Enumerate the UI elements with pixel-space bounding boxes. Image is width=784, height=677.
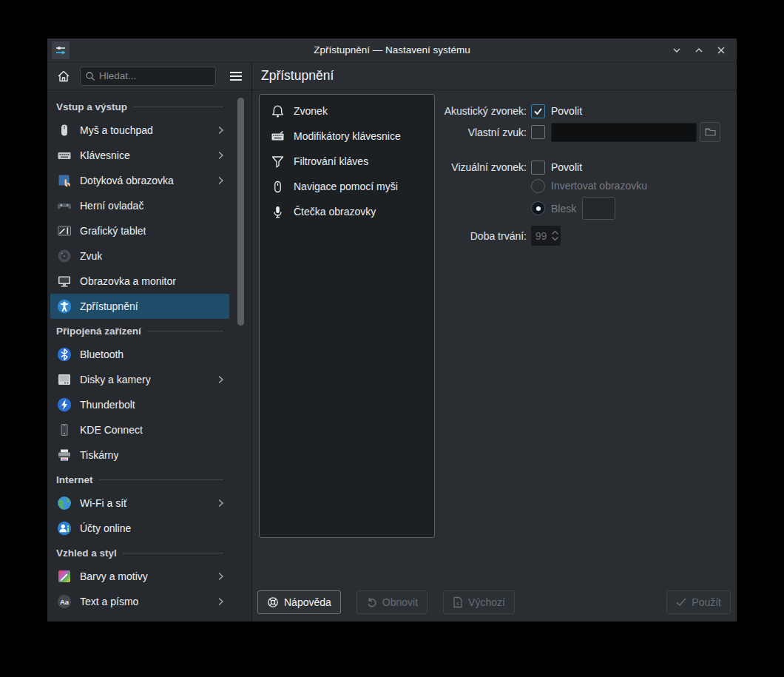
sidebar-item-gamepad[interactable]: Herní ovladač (50, 193, 229, 218)
chevron-right-icon (217, 175, 225, 186)
sidebar-scrollbar[interactable] (237, 95, 244, 622)
custom-sound-row: Vlastní zvuk: (444, 122, 720, 142)
home-button[interactable] (53, 66, 74, 87)
titlebar: Zpřístupnění — Nastavení systému (47, 38, 737, 62)
reset-button[interactable]: Obnovit (356, 590, 428, 614)
apply-button[interactable]: Použít (666, 590, 731, 614)
subpage-item-funnel[interactable]: Filtrování kláves (260, 149, 434, 174)
sidebar-item-globe[interactable]: Wi-Fi a síť (50, 491, 229, 516)
subpage-list: ZvonekModifikátory klávesniceFiltrování … (259, 94, 435, 538)
subpage-item-bell[interactable]: Zvonek (260, 98, 434, 124)
sidebar-section-header: Internet (50, 468, 229, 491)
visual-bell-row: Vizuální zvonek: Povolit (444, 159, 720, 175)
subpage-item-mouse-nav[interactable]: Navigace pomocí myši (260, 174, 434, 199)
sidebar-section-header: Připojená zařízení (50, 319, 229, 342)
search-input[interactable] (99, 70, 230, 81)
mouse-icon (56, 122, 72, 138)
defaults-button[interactable]: s Výchozí (443, 590, 515, 614)
thunderbolt-icon (56, 397, 72, 413)
visual-bell-label: Vizuální zvonek: (444, 161, 527, 173)
sidebar-item-label: Grafický tablet (80, 225, 146, 237)
sidebar-item-label: Tiskárny (80, 449, 118, 461)
bell-icon (270, 104, 285, 118)
flash-color-button[interactable] (582, 197, 615, 220)
sidebar-item-phone[interactable]: KDE Connect (50, 417, 229, 442)
maximize-icon[interactable] (692, 44, 706, 57)
flash-label: Blesk (551, 203, 576, 215)
subpage-item-microphone[interactable]: Čtečka obrazovky (260, 199, 434, 224)
sidebar-item-palette[interactable]: Barvy a motivy (50, 564, 229, 589)
subpage-item-label: Zvonek (294, 105, 328, 117)
funnel-icon (270, 154, 285, 169)
sidebar-section-label: Vstup a výstup (56, 101, 127, 112)
acoustic-bell-row: Akustický zvonek: Povolit (444, 103, 720, 119)
footer-buttons: Nápověda Obnovit s Výchozí (252, 585, 737, 622)
monitor-icon (56, 273, 72, 289)
section-divider-line (147, 331, 223, 331)
tablet-icon (56, 223, 72, 239)
subpage-item-label: Filtrování kláves (294, 155, 368, 167)
flash-radio[interactable] (531, 201, 545, 215)
subpage-item-keyboard-mod[interactable]: Modifikátory klávesnice (260, 124, 434, 149)
help-button[interactable]: Nápověda (257, 590, 341, 614)
duration-value: 99 (531, 230, 551, 242)
settings-form: Akustický zvonek: Povolit Vlastní zvuk: (444, 103, 720, 246)
sidebar-item-label: Dotyková obrazovka (80, 175, 174, 186)
sidebar-item-mouse[interactable]: Myš a touchpad (50, 118, 229, 143)
sidebar-item-sound[interactable]: Zvuk (50, 243, 229, 269)
subpage-item-label: Modifikátory klávesnice (294, 130, 401, 142)
custom-sound-input[interactable] (551, 123, 697, 142)
section-divider-line (123, 553, 223, 553)
sidebar-item-label: Bluetooth (80, 348, 124, 360)
phone-icon (56, 422, 72, 438)
close-icon[interactable] (714, 44, 728, 57)
search-box[interactable] (80, 67, 216, 86)
scrollbar-handle[interactable] (237, 98, 244, 326)
duration-label: Doba trvání: (444, 230, 527, 242)
spin-down-icon[interactable] (551, 236, 559, 241)
sidebar-item-label: Účty online (80, 522, 131, 534)
minimize-icon[interactable] (670, 44, 683, 57)
reset-button-label: Obnovit (382, 596, 418, 608)
sidebar-item-font[interactable]: AaText a písmo (50, 589, 229, 614)
invert-screen-radio[interactable] (531, 179, 545, 193)
svg-text:Aa: Aa (60, 598, 70, 606)
printer-icon (56, 447, 72, 463)
visual-enable-checkbox[interactable] (531, 161, 545, 175)
keyboard-mod-icon (270, 129, 285, 144)
page-title: Zpřístupnění (261, 68, 334, 84)
sidebar-item-thunderbolt[interactable]: Thunderbolt (50, 392, 229, 417)
sidebar-item-touchscreen[interactable]: Dotyková obrazovka (50, 168, 229, 193)
browse-folder-button[interactable] (700, 122, 720, 142)
sidebar-item-tablet[interactable]: Grafický tablet (50, 218, 229, 243)
sidebar-item-drive[interactable]: Disky a kamery (50, 367, 229, 392)
acoustic-enable-checkbox[interactable] (531, 104, 545, 118)
sidebar-section-label: Vzhled a styl (56, 548, 117, 559)
spin-up-icon[interactable] (551, 230, 559, 235)
sidebar-item-label: Obrazovka a monitor (80, 275, 176, 287)
visual-enable-label: Povolit (551, 161, 582, 173)
defaults-button-label: Výchozí (468, 596, 505, 608)
chevron-right-icon (217, 374, 225, 385)
sidebar-section-header: Vstup a výstup (50, 95, 229, 118)
sidebar-item-bluetooth[interactable]: Bluetooth (50, 342, 229, 367)
sidebar-item-keyboard[interactable]: Klávesnice (50, 143, 229, 168)
duration-spinbox[interactable]: 99 (531, 226, 561, 246)
microphone-icon (270, 204, 285, 219)
font-icon: Aa (56, 593, 72, 610)
sidebar-item-label: Barvy a motivy (80, 570, 148, 582)
sidebar-item-printer[interactable]: Tiskárny (50, 442, 229, 468)
sidebar-item-accessibility[interactable]: Zpřístupnění (50, 294, 229, 319)
sidebar-item-label: Wi-Fi a síť (80, 497, 127, 509)
sidebar-item-label: Zpřístupnění (80, 300, 138, 312)
sidebar-section-header: Vzhled a styl (50, 541, 229, 564)
chevron-right-icon (217, 150, 225, 161)
sidebar-item-accounts[interactable]: Účty online (50, 516, 229, 541)
acoustic-bell-label: Akustický zvonek: (444, 105, 527, 117)
palette-icon (56, 568, 72, 585)
menu-button[interactable] (225, 66, 247, 87)
custom-sound-checkbox[interactable] (531, 125, 545, 139)
content-area: Zpřístupnění ZvonekModifikátory klávesni… (252, 62, 737, 622)
sidebar-item-monitor[interactable]: Obrazovka a monitor (50, 269, 229, 294)
sidebar: Vstup a výstupMyš a touchpadKlávesniceDo… (47, 62, 251, 622)
